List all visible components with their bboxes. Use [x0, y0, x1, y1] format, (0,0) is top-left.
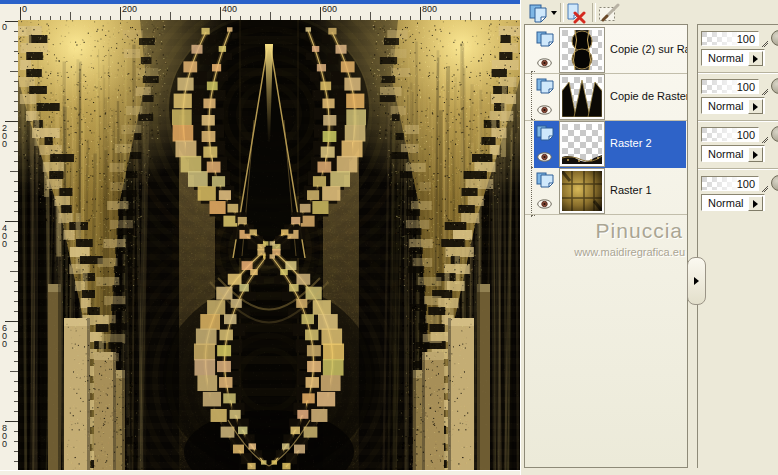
canvas-artwork[interactable] [18, 20, 520, 470]
watermark-name: Pinuccia [596, 219, 683, 243]
layers-palette: Copie (2) sur Raster [520, 0, 778, 475]
new-layer-dropdown-arrow[interactable] [551, 11, 557, 15]
layer-type-icon [536, 78, 555, 99]
watermark-url: www.maidiregrafica.eu [574, 246, 685, 258]
v-ruler-label: 800 [2, 424, 8, 448]
h-ruler-label: 0 [22, 5, 27, 14]
layer-opacity-slider[interactable]: 100 [701, 176, 759, 191]
layer-name: Raster 1 [610, 184, 652, 196]
visibility-eye-icon[interactable] [537, 54, 552, 72]
ruler-corner [0, 4, 19, 21]
new-layer-icon [528, 3, 548, 23]
v-ruler-label: 600 [2, 324, 8, 348]
delete-layer-button[interactable] [564, 2, 588, 24]
lock-transparency-icon[interactable] [771, 126, 778, 142]
lock-transparency-icon[interactable] [771, 78, 778, 94]
visibility-eye-icon[interactable] [537, 101, 552, 119]
h-ruler-label: 800 [422, 5, 437, 14]
blend-mode-value: Normal [708, 148, 743, 160]
lock-transparency-icon[interactable] [771, 175, 778, 191]
layer-opacity-slider[interactable]: 100 [701, 79, 759, 94]
v-ruler-label: 400 [2, 224, 8, 248]
layer-name: Raster 2 [610, 137, 652, 149]
layer-thumbnail[interactable] [560, 28, 604, 72]
layer-thumbnail[interactable] [560, 75, 604, 119]
toolbar-separator [592, 3, 596, 22]
visibility-eye-icon[interactable] [537, 148, 552, 166]
vertical-ruler: 0 200 400 600 800 [0, 20, 19, 470]
v-ruler-label: 200 [2, 124, 8, 148]
blend-mode-select[interactable]: Normal [701, 194, 765, 211]
layer-row[interactable]: Copie de Raster 2 [534, 74, 686, 121]
blend-mode-value: Normal [708, 197, 743, 209]
blend-mode-select[interactable]: Normal [701, 145, 765, 162]
blend-mode-select[interactable]: Normal [701, 49, 765, 66]
opacity-value: 100 [737, 33, 755, 45]
opacity-drag-corner[interactable] [761, 88, 769, 96]
h-ruler-label: 600 [322, 5, 337, 14]
layer-name: Copie (2) sur Raster [610, 43, 688, 55]
layer-thumbnail[interactable] [560, 122, 604, 166]
h-ruler-label: 200 [122, 5, 137, 14]
new-layer-button[interactable] [526, 2, 550, 24]
layer-row[interactable]: Raster 2 [534, 121, 686, 168]
layer-row[interactable]: Raster 1 [534, 168, 686, 215]
blend-mode-arrow-button[interactable] [748, 99, 763, 114]
horizontal-ruler: 0 200 400 600 800 [18, 4, 520, 21]
edit-selection-icon [598, 3, 620, 24]
layer-opacity-slider[interactable]: 100 [701, 127, 759, 142]
layers-palette-toolbar [521, 0, 778, 26]
layer-list: Copie (2) sur Raster [524, 24, 688, 468]
opacity-value: 100 [737, 81, 755, 93]
collapse-arrow-icon [694, 277, 699, 285]
layer-controls-panel: 100 Normal 100 Normal [697, 24, 778, 468]
layer-type-icon [536, 172, 555, 193]
blend-mode-arrow-button[interactable] [748, 51, 763, 66]
blend-mode-arrow-button[interactable] [748, 147, 763, 162]
layer-type-icon [536, 31, 555, 52]
blend-mode-arrow-button[interactable] [748, 196, 763, 211]
palette-splitter-grip[interactable] [687, 257, 706, 305]
edit-selection-button[interactable] [597, 2, 621, 24]
blend-mode-value: Normal [708, 52, 743, 64]
opacity-value: 100 [737, 129, 755, 141]
opacity-value: 100 [737, 178, 755, 190]
canvas-bottom-edge [0, 470, 520, 475]
layer-link-rail [531, 71, 532, 217]
layer-thumbnail[interactable] [560, 169, 604, 213]
layer-opacity-slider[interactable]: 100 [701, 31, 759, 46]
blend-mode-value: Normal [708, 100, 743, 112]
opacity-drag-corner[interactable] [761, 185, 769, 193]
layer-name: Copie de Raster 2 [610, 90, 688, 102]
blend-mode-select[interactable]: Normal [701, 97, 765, 114]
opacity-drag-corner[interactable] [761, 136, 769, 144]
layer-type-icon [536, 125, 555, 146]
layer-row[interactable]: Copie (2) sur Raster [534, 27, 686, 74]
visibility-eye-icon[interactable] [537, 195, 552, 213]
opacity-drag-corner[interactable] [761, 40, 769, 48]
v-ruler-label: 0 [2, 23, 8, 31]
lock-transparency-icon[interactable] [771, 30, 778, 46]
h-ruler-label: 400 [222, 5, 237, 14]
psp-workspace: 0 200 400 600 800 0 200 400 600 800 [0, 0, 778, 475]
delete-layer-icon [565, 3, 587, 24]
